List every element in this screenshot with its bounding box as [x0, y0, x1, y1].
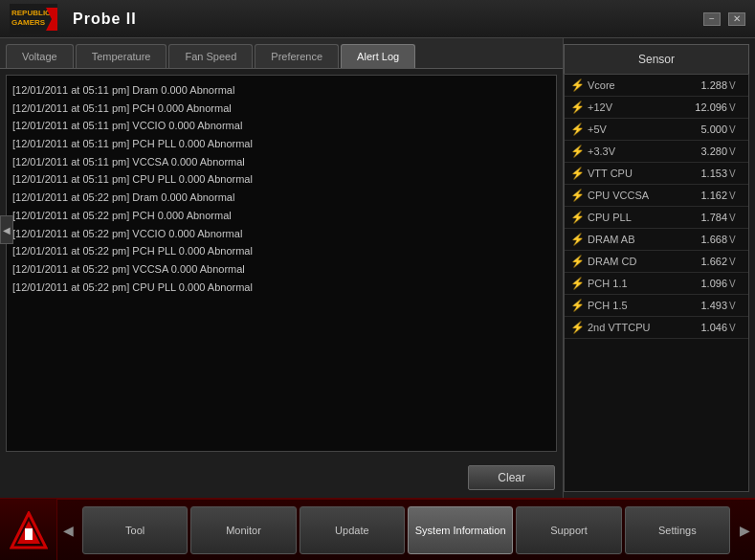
log-entry: [12/01/2011 at 05:11 pm] CPU PLL 0.000 A…: [12, 170, 550, 189]
nav-logo-icon: [10, 511, 48, 549]
bottom-nav: ◀ ToolMonitorUpdateSystem InformationSup…: [0, 498, 755, 560]
sensor-unit: V: [729, 124, 743, 135]
sensor-name: Vcore: [588, 79, 700, 91]
sensor-voltage-icon: ⚡: [570, 123, 584, 136]
sensor-unit: V: [729, 257, 743, 267]
app-logo: REPUBLIC OF GAMERS Probe II: [10, 4, 137, 34]
left-panel: ◀ Voltage Temperature Fan Speed Preferen…: [0, 38, 564, 498]
sensor-name: DRAM AB: [588, 234, 700, 245]
log-entry: [12/01/2011 at 05:11 pm] PCH PLL 0.000 A…: [12, 135, 550, 153]
sensor-name: +3.3V: [588, 146, 700, 157]
nav-logo: [0, 499, 57, 560]
sensor-unit: V: [729, 146, 743, 157]
sensor-row: ⚡ +12V 12.096 V: [565, 97, 748, 119]
sensor-row: ⚡ DRAM CD 1.662 V: [565, 251, 748, 273]
app-title: Probe II: [73, 11, 137, 28]
sensor-voltage-icon: ⚡: [570, 78, 584, 92]
nav-btn-settings[interactable]: Settings: [625, 506, 730, 554]
sensor-value: 1.153: [700, 168, 727, 179]
nav-next-arrow[interactable]: ▶: [734, 499, 755, 560]
window-controls: − ✕: [703, 12, 745, 26]
log-entry: [12/01/2011 at 05:11 pm] Dram 0.000 Abno…: [12, 81, 550, 100]
sensor-row: ⚡ Vcore 1.288 V: [565, 75, 748, 97]
sensor-row: ⚡ PCH 1.1 1.096 V: [565, 273, 748, 295]
log-entry: [12/01/2011 at 05:22 pm] Dram 0.000 Abno…: [12, 189, 550, 207]
sensor-unit: V: [729, 301, 743, 311]
sensor-row: ⚡ CPU PLL 1.784 V: [565, 207, 748, 229]
sensor-name: +12V: [588, 101, 695, 113]
sensor-row: ⚡ 2nd VTTCPU 1.046 V: [565, 317, 748, 339]
svg-rect-6: [25, 528, 33, 540]
sensor-voltage-icon: ⚡: [570, 189, 584, 202]
minimize-button[interactable]: −: [703, 12, 721, 26]
sensor-list[interactable]: ⚡ Vcore 1.288 V ⚡ +12V 12.096 V ⚡ +5V 5.…: [564, 74, 749, 492]
nav-btn-support[interactable]: Support: [516, 506, 621, 554]
sensor-value: 1.784: [700, 212, 727, 223]
sensor-voltage-icon: ⚡: [570, 255, 584, 268]
sensor-name: PCH 1.5: [588, 300, 700, 311]
sensor-row: ⚡ PCH 1.5 1.493 V: [565, 295, 748, 317]
log-entry: [12/01/2011 at 05:22 pm] PCH 0.000 Abnor…: [12, 207, 550, 225]
sensor-value: 1.046: [700, 322, 727, 333]
log-entry: [12/01/2011 at 05:22 pm] CPU PLL 0.000 A…: [12, 279, 550, 297]
sensor-unit: V: [729, 102, 743, 113]
log-entry: [12/01/2011 at 05:22 pm] PCH PLL 0.000 A…: [12, 242, 550, 260]
tab-bar: Voltage Temperature Fan Speed Preference…: [0, 38, 563, 69]
sensor-voltage-icon: ⚡: [570, 321, 584, 334]
nav-btn-update[interactable]: Update: [300, 506, 405, 554]
sensor-name: DRAM CD: [588, 256, 700, 267]
sensor-value: 12.096: [695, 101, 727, 113]
sensor-value: 1.096: [700, 278, 727, 289]
side-arrow-left[interactable]: ◀: [0, 215, 13, 244]
sensor-value: 1.288: [700, 79, 727, 91]
tab-temperature[interactable]: Temperature: [76, 44, 167, 68]
sensor-value: 1.162: [700, 190, 727, 201]
clear-button[interactable]: Clear: [468, 465, 555, 490]
sensor-row: ⚡ DRAM AB 1.668 V: [565, 229, 748, 251]
close-button[interactable]: ✕: [728, 12, 745, 26]
sensor-value: 3.280: [700, 146, 727, 157]
sensor-value: 1.662: [700, 256, 727, 267]
svg-text:GAMERS: GAMERS: [11, 18, 46, 27]
sensor-name: +5V: [588, 123, 700, 135]
sensor-voltage-icon: ⚡: [570, 167, 584, 180]
sensor-unit: V: [729, 190, 743, 201]
tab-alert-log[interactable]: Alert Log: [341, 44, 415, 68]
log-entry: [12/01/2011 at 05:22 pm] VCCIO 0.000 Abn…: [12, 225, 550, 243]
nav-btn-monitor[interactable]: Monitor: [190, 506, 296, 554]
nav-prev-arrow[interactable]: ◀: [57, 499, 78, 560]
log-footer: Clear: [0, 458, 563, 498]
log-list[interactable]: [12/01/2011 at 05:11 pm] Dram 0.000 Abno…: [6, 75, 557, 452]
log-entry: [12/01/2011 at 05:11 pm] PCH 0.000 Abnor…: [12, 100, 550, 118]
sensor-voltage-icon: ⚡: [570, 277, 584, 290]
tab-voltage[interactable]: Voltage: [6, 44, 74, 68]
sensor-name: 2nd VTTCPU: [588, 322, 700, 333]
sensor-unit: V: [729, 80, 743, 91]
sensor-row: ⚡ VTT CPU 1.153 V: [565, 163, 748, 185]
tab-preference[interactable]: Preference: [255, 44, 339, 68]
nav-btn-tool[interactable]: Tool: [82, 506, 188, 554]
sensor-voltage-icon: ⚡: [570, 101, 584, 114]
sensor-unit: V: [729, 235, 743, 245]
rog-logo-icon: REPUBLIC OF GAMERS: [10, 4, 57, 34]
nav-button-group: ToolMonitorUpdateSystem InformationSuppo…: [78, 501, 734, 560]
sensor-voltage-icon: ⚡: [570, 299, 584, 312]
sensor-unit: V: [729, 323, 743, 333]
sensor-value: 1.668: [700, 234, 727, 245]
log-entry: [12/01/2011 at 05:11 pm] VCCSA 0.000 Abn…: [12, 153, 550, 171]
tab-fan-speed[interactable]: Fan Speed: [168, 44, 253, 68]
sensor-header: Sensor: [564, 44, 749, 74]
sensor-voltage-icon: ⚡: [570, 233, 584, 246]
log-entry: [12/01/2011 at 05:22 pm] VCCSA 0.000 Abn…: [12, 260, 550, 279]
sensor-row: ⚡ +3.3V 3.280 V: [565, 141, 748, 163]
sensor-name: CPU PLL: [588, 212, 700, 223]
sensor-value: 5.000: [700, 123, 727, 135]
sensor-voltage-icon: ⚡: [570, 211, 584, 224]
sensor-unit: V: [729, 279, 743, 289]
nav-btn-system-info[interactable]: System Information: [408, 506, 513, 554]
log-entry: [12/01/2011 at 05:11 pm] VCCIO 0.000 Abn…: [12, 117, 550, 135]
sensor-unit: V: [729, 168, 743, 179]
sensor-name: CPU VCCSA: [588, 190, 700, 201]
sensor-row: ⚡ +5V 5.000 V: [565, 119, 748, 141]
title-bar: REPUBLIC OF GAMERS Probe II − ✕: [0, 0, 755, 38]
